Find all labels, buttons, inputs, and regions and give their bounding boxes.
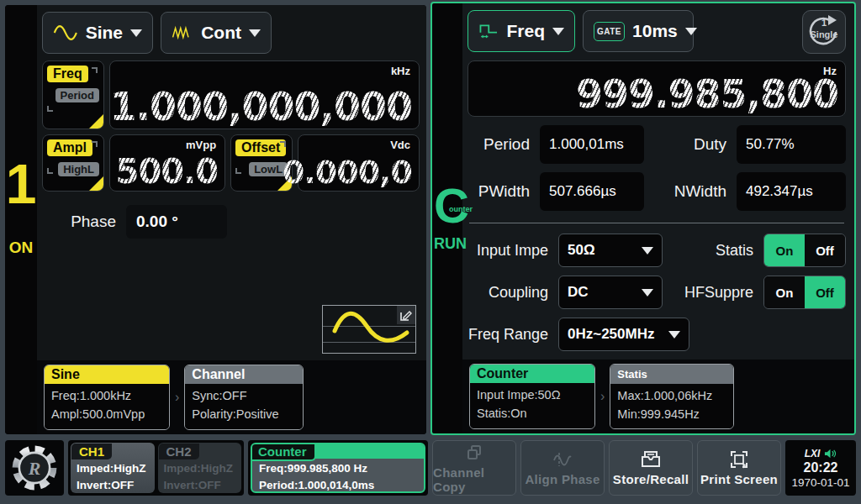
corner-mark: [47, 106, 53, 112]
counter-main-display[interactable]: Hz 999.985,800: [467, 60, 846, 117]
duty-value-box: 50.77%: [737, 125, 846, 164]
card-separator-chevron: ›: [174, 390, 180, 405]
section-divider: [469, 223, 844, 223]
chevron-down-icon: [685, 28, 697, 35]
waveform-preview-area: [42, 239, 420, 360]
single-label: Single: [803, 29, 845, 39]
store-recall-label: Store/Recall: [613, 472, 689, 486]
highl-alt-label: HighL: [58, 162, 99, 176]
channel-summary-card[interactable]: Channel Sync:OFF Polarity:Positive: [184, 365, 304, 430]
phase-label: Phase: [42, 213, 126, 231]
waveform-select[interactable]: Sine: [42, 12, 153, 54]
store-recall-button[interactable]: Store/Recall: [609, 440, 693, 496]
sine-card-freq: Freq:1.000kHz: [51, 386, 162, 405]
ch1-invert: Invert:OFF: [77, 477, 149, 494]
statis-on-button[interactable]: On: [764, 234, 805, 266]
clock-time: 20:22: [804, 460, 838, 475]
channel-copy-button[interactable]: Channel Copy: [432, 440, 516, 496]
counter-status-freq: Freq:999.985,800 Hz: [259, 460, 417, 477]
counter-run-badge: RUN: [434, 235, 467, 253]
waveform-select-value: Sine: [86, 23, 123, 43]
freq-display[interactable]: kHz 1.000,000,000: [109, 60, 420, 129]
nwidth-value: 492.347µs: [746, 183, 813, 200]
counter-card-statis: Statis:On: [477, 404, 588, 423]
hfsuppre-off-button[interactable]: Off: [805, 276, 845, 308]
channel1-on-badge: ON: [5, 239, 37, 257]
channel1-side-column: 1 ON: [5, 5, 37, 434]
store-recall-icon: [640, 449, 662, 470]
period-value: 1.000,01ms: [549, 136, 624, 153]
counter-status-card[interactable]: Counter Freq:999.985,800 Hz Period:1.000…: [251, 443, 425, 493]
counter-measures: Period 1.000,01ms Duty 50.77% PWidth 507…: [467, 125, 846, 211]
counter-mode-value: Freq: [506, 21, 545, 41]
ampl-value: 500.0: [116, 155, 219, 188]
ch2-status-card[interactable]: CH2 Imped:HighZ Invert:OFF: [158, 443, 242, 493]
gate-time-value: 10ms: [632, 21, 678, 41]
single-measure-button[interactable]: 1 Single: [802, 10, 846, 54]
chevron-down-icon: [642, 247, 653, 255]
hfsuppre-on-button[interactable]: On: [764, 276, 805, 308]
offset-display[interactable]: Vdc 0.000,0: [298, 134, 420, 192]
freq-period-selector[interactable]: Freq Period: [42, 60, 104, 129]
ch2-invert: Invert:OFF: [164, 477, 236, 494]
input-impedance-label: Input Impe: [467, 242, 558, 260]
channel-card-polarity: Polarity:Positive: [192, 405, 296, 423]
hfsuppre-toggle[interactable]: On Off: [763, 276, 846, 309]
counter-panel: C ounter RUN Freq GATE 10ms: [430, 2, 856, 435]
input-impedance-select[interactable]: 50Ω: [558, 234, 663, 267]
system-menu-button[interactable]: R: [5, 440, 64, 496]
coupling-select[interactable]: DC: [558, 276, 663, 309]
phase-input[interactable]: 0.00 °: [126, 205, 227, 239]
copy-icon: [464, 443, 484, 463]
gate-badge: GATE: [594, 22, 625, 41]
card-separator-chevron: ›: [600, 389, 605, 404]
corner-mark: [280, 141, 286, 147]
print-screen-button[interactable]: Print Screen: [697, 440, 781, 496]
corner-fold-icon: [89, 114, 103, 129]
hfsuppre-label: HFSuppre: [684, 284, 763, 302]
offset-label: Offset: [235, 139, 286, 156]
counter-status-period: Period:1.000,014,0ms: [259, 477, 417, 493]
statis-off-button[interactable]: Off: [805, 234, 845, 266]
channel1-panel: 1 ON Sine Cont Freq Period: [5, 5, 426, 434]
corner-mark: [47, 168, 53, 174]
counter-status-cards: Counter Input Impe:50Ω Statis:On › Stati…: [462, 360, 854, 433]
statis-card-max: Max:1.000,06kHz: [617, 386, 726, 405]
run-mode-select[interactable]: Cont: [161, 12, 272, 54]
align-phase-button[interactable]: Align Phase: [520, 440, 605, 496]
channel1-status-cards: Sine Freq:1.000kHz Ampl:500.0mVpp › Chan…: [37, 360, 426, 434]
waveform-preview[interactable]: [322, 305, 416, 354]
channel1-number: 1: [5, 156, 37, 212]
counter-mode-select[interactable]: Freq: [467, 10, 575, 52]
align-phase-label: Align Phase: [525, 472, 600, 486]
duty-label: Duty: [649, 135, 737, 154]
counter-main-value: 999.985,800: [576, 75, 838, 113]
align-phase-icon: [552, 449, 573, 470]
sine-card-ampl: Ampl:500.0mVpp: [51, 405, 162, 423]
chevron-down-icon: [668, 331, 680, 339]
input-impedance-value: 50Ω: [568, 242, 635, 259]
sine-card-title: Sine: [45, 365, 169, 384]
freq-value: 1.000,000,000: [110, 87, 413, 126]
ampl-highlevel-selector[interactable]: Ampl HighL: [42, 134, 104, 192]
channel-card-sync: Sync:OFF: [192, 386, 296, 405]
counter-side-column: C ounter RUN: [432, 3, 462, 433]
speaker-icon: [824, 448, 837, 459]
channel1-main: Sine Cont Freq Period kHz 1.000,0: [37, 5, 426, 434]
sine-summary-card[interactable]: Sine Freq:1.000kHz Ampl:500.0mVpp: [44, 365, 170, 430]
chevron-down-icon: [642, 289, 653, 297]
counter-summary-card[interactable]: Counter Input Impe:50Ω Statis:On: [469, 364, 595, 429]
print-screen-label: Print Screen: [700, 472, 778, 486]
clock-date: 1970-01-01: [791, 476, 849, 489]
statis-toggle[interactable]: On Off: [763, 234, 846, 267]
chevron-down-icon: [249, 29, 261, 37]
ampl-label: Ampl: [47, 139, 92, 156]
counter-main: Freq GATE 10ms 1 Single Hz 999.985,800: [462, 3, 854, 433]
edit-waveform-button[interactable]: [397, 306, 415, 324]
system-status-clock[interactable]: LXI 20:22 1970-01-01: [785, 440, 856, 496]
freq-range-select[interactable]: 0Hz~250MHz: [558, 318, 689, 351]
statis-summary-card[interactable]: Statis Max:1.000,06kHz Min:999.945Hz: [610, 364, 734, 429]
gate-time-select[interactable]: GATE 10ms: [583, 10, 694, 52]
ch1-status-card[interactable]: CH1 Imped:HighZ Invert:OFF: [71, 443, 155, 493]
ampl-display[interactable]: mVpp 500.0: [109, 134, 225, 192]
